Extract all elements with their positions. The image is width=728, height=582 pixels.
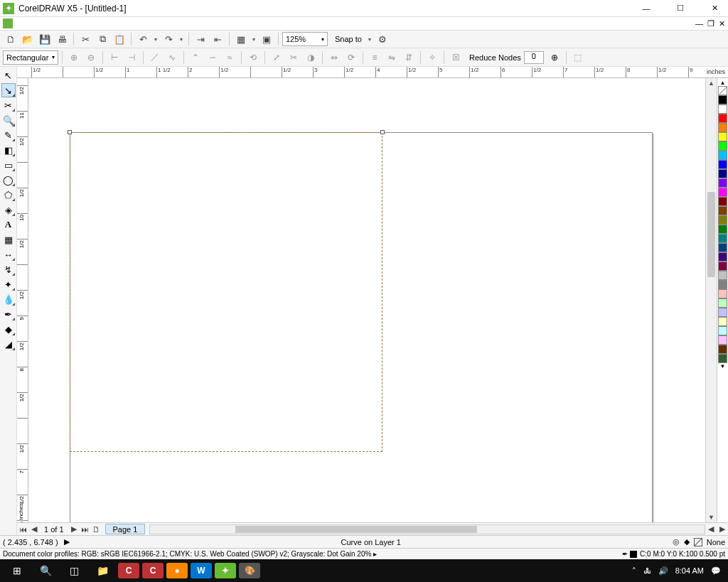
add-node-button[interactable]: ⊕: [66, 50, 82, 65]
color-swatch[interactable]: [718, 188, 727, 197]
cut-button[interactable]: ✂: [77, 31, 93, 47]
taskbar-app-3[interactable]: ●: [166, 563, 188, 578]
taskbar-app-5[interactable]: 🎨: [239, 563, 260, 578]
color-swatch[interactable]: [718, 86, 727, 95]
options-button[interactable]: ⚙: [375, 31, 390, 47]
color-swatch[interactable]: [718, 206, 727, 215]
smart-fill-tool[interactable]: ◧: [1, 143, 16, 157]
first-page-button[interactable]: ⏮: [17, 525, 28, 534]
vertical-scrollbar[interactable]: ▲ ▼: [705, 78, 717, 522]
taskbar-app-1[interactable]: C: [118, 563, 139, 578]
ellipse-tool[interactable]: ◯: [1, 173, 16, 187]
color-swatch[interactable]: [718, 289, 727, 298]
selected-curve[interactable]: [70, 132, 382, 452]
snap-to-dropdown[interactable]: ▾: [366, 36, 373, 43]
mdi-close-button[interactable]: ✕: [719, 19, 725, 28]
mdi-restore-button[interactable]: ❐: [707, 19, 714, 28]
reflect-v-button[interactable]: ⇵: [401, 50, 417, 65]
hscroll-thumb[interactable]: [235, 526, 477, 533]
paste-button[interactable]: 📋: [112, 31, 127, 47]
color-swatch[interactable]: [718, 345, 727, 354]
color-swatch[interactable]: [718, 123, 727, 132]
palette-scroll-up[interactable]: ▲: [720, 80, 726, 86]
smooth-node-button[interactable]: ∽: [205, 50, 220, 65]
color-swatch[interactable]: [718, 215, 727, 225]
save-button[interactable]: 💾: [37, 31, 53, 47]
color-swatch[interactable]: [718, 326, 727, 335]
page-tab[interactable]: Page 1: [105, 524, 146, 534]
eyedropper-tool[interactable]: 💧: [1, 292, 16, 306]
last-page-button[interactable]: ⏭: [80, 525, 91, 534]
horizontal-ruler[interactable]: inches 1/21/211 1/221/21/231/241/251/261…: [17, 67, 728, 78]
color-swatch[interactable]: [718, 151, 727, 160]
rectangle-tool[interactable]: ▭: [1, 158, 16, 172]
color-swatch[interactable]: [718, 234, 727, 243]
color-swatch[interactable]: [718, 178, 727, 188]
taskbar-app-2[interactable]: C: [142, 563, 164, 578]
taskbar-app-4[interactable]: W: [191, 563, 212, 578]
table-tool[interactable]: ▦: [1, 232, 16, 247]
crop-tool[interactable]: ✂: [1, 98, 16, 112]
symmetric-node-button[interactable]: ≈: [222, 50, 237, 65]
vscroll-thumb[interactable]: [707, 192, 715, 277]
zoom-select[interactable]: 125%▾: [282, 32, 328, 46]
reverse-direction-button[interactable]: ⟲: [245, 50, 261, 65]
search-button[interactable]: 🔍: [31, 560, 60, 581]
reduce-nodes-spinner[interactable]: ⊕: [547, 50, 562, 65]
outline-swatch[interactable]: [630, 551, 637, 558]
color-swatch[interactable]: [718, 298, 727, 308]
task-view-button[interactable]: ◫: [60, 560, 88, 581]
join-nodes-button[interactable]: ⊢: [107, 50, 122, 65]
taskbar-coreldraw[interactable]: ✦: [215, 563, 236, 578]
undo-button[interactable]: ↶: [135, 31, 151, 47]
elastic-mode-button[interactable]: ✧: [424, 50, 440, 65]
color-swatch[interactable]: [718, 95, 727, 104]
mdi-minimize-button[interactable]: —: [695, 19, 703, 28]
new-button[interactable]: 🗋: [3, 31, 18, 47]
polygon-tool[interactable]: ⬠: [1, 188, 16, 202]
app-launcher-dropdown[interactable]: ▾: [250, 36, 257, 43]
color-swatch[interactable]: [718, 104, 727, 114]
to-curve-button[interactable]: ∿: [164, 50, 180, 65]
color-swatch[interactable]: [718, 169, 727, 178]
color-swatch[interactable]: [718, 114, 727, 123]
prev-page-button[interactable]: ◀: [28, 524, 40, 534]
minimize-button[interactable]: —: [636, 1, 657, 16]
notifications-icon[interactable]: 💬: [711, 566, 721, 576]
network-icon[interactable]: 🖧: [643, 566, 651, 575]
color-proof-icon[interactable]: ◎: [673, 537, 680, 546]
open-button[interactable]: 📂: [20, 31, 36, 47]
clock[interactable]: 8:04 AM: [675, 566, 704, 575]
reduce-nodes-input[interactable]: 0: [524, 51, 544, 64]
color-swatch[interactable]: [718, 335, 727, 345]
horizontal-scrollbar[interactable]: [149, 524, 705, 534]
color-swatch[interactable]: [718, 141, 727, 151]
print-button[interactable]: 🖶: [54, 31, 70, 47]
close-curve-button[interactable]: ◑: [303, 50, 318, 65]
color-swatch[interactable]: [718, 308, 727, 317]
color-swatch[interactable]: [718, 317, 727, 326]
fill-tool[interactable]: ◆: [1, 322, 16, 336]
align-nodes-button[interactable]: ≡: [367, 50, 382, 65]
scroll-down-icon[interactable]: ▼: [706, 512, 717, 522]
color-swatch[interactable]: [718, 262, 727, 271]
interactive-blend-tool[interactable]: ✦: [1, 277, 16, 291]
shape-mode-select[interactable]: Rectangular▾: [3, 50, 58, 65]
color-swatch[interactable]: [718, 243, 727, 252]
select-all-nodes-button[interactable]: ☒: [448, 50, 464, 65]
close-button[interactable]: ✕: [704, 1, 725, 16]
rotate-nodes-button[interactable]: ⟳: [343, 50, 359, 65]
tray-chevron-icon[interactable]: ˄: [632, 566, 636, 576]
pick-tool[interactable]: ↖: [1, 68, 16, 82]
color-swatch[interactable]: [718, 271, 727, 280]
extend-curve-button[interactable]: ⤢: [269, 50, 284, 65]
bounding-box-button[interactable]: ⬚: [570, 50, 586, 65]
color-swatch[interactable]: [718, 354, 727, 363]
next-page-button[interactable]: ▶: [68, 524, 80, 534]
scroll-left-button[interactable]: ◀: [705, 524, 717, 534]
extract-subpath-button[interactable]: ✂: [286, 50, 301, 65]
palette-scroll-down[interactable]: ▼: [720, 363, 726, 370]
file-explorer-icon[interactable]: 📁: [88, 560, 117, 581]
welcome-button[interactable]: ▣: [259, 31, 274, 47]
export-button[interactable]: ⇤: [210, 31, 225, 47]
